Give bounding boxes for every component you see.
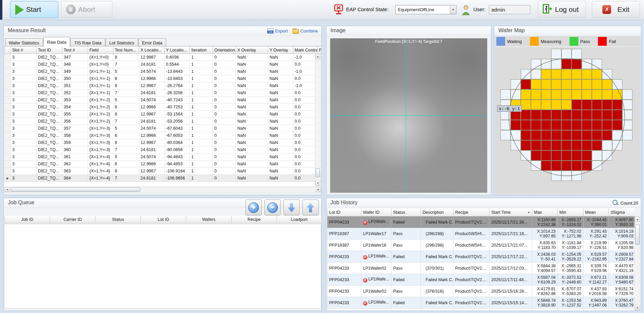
history-row[interactable]: PFP04233✗LP1Wafe...FailedFailed Mark C..…: [327, 297, 636, 309]
wafer-die-cell[interactable]: [572, 110, 582, 120]
wafer-die-cell[interactable]: [602, 100, 612, 110]
wafer-die-cell[interactable]: [561, 59, 572, 69]
wafer-die-cell[interactable]: [551, 120, 561, 130]
wafer-die-cell[interactable]: [592, 89, 602, 100]
wafer-die-cell[interactable]: [612, 100, 622, 110]
column-header[interactable]: Y Overlay: [268, 46, 293, 54]
column-header[interactable]: Status: [95, 216, 141, 223]
column-header[interactable]: Job ID: [5, 216, 50, 223]
wafer-die-cell[interactable]: [551, 140, 561, 150]
wafer-die-cell[interactable]: [602, 69, 612, 79]
table-row[interactable]: 3DIE2_TQ...350{X=1,Y=-1}612.9966-13.8453…: [5, 75, 322, 82]
wafer-die-cell[interactable]: [531, 140, 541, 150]
wafer-die-cell[interactable]: [561, 171, 572, 181]
column-header[interactable]: Lot ID: [327, 208, 361, 216]
wafer-die-cell[interactable]: [561, 150, 572, 161]
magnifier-icon[interactable]: [612, 200, 619, 206]
move-up-button[interactable]: [302, 200, 319, 215]
wafer-die-cell[interactable]: [592, 130, 602, 140]
wafer-die-cell[interactable]: [551, 100, 561, 110]
wafer-die-cell[interactable]: [582, 130, 592, 140]
table-row[interactable]: 3DIE2_TQ...359{X=1,Y=-3}812.9967-80.0364…: [5, 139, 322, 146]
wafer-die-cell[interactable]: [572, 89, 582, 100]
scroll-up-icon[interactable]: ▲: [635, 217, 640, 222]
wafer-die-cell[interactable]: [592, 100, 602, 110]
wafer-die-cell[interactable]: [592, 140, 602, 150]
wafer-die-cell[interactable]: [521, 120, 531, 130]
wafer-die-cell[interactable]: [622, 110, 632, 120]
start-button[interactable]: Start: [10, 1, 58, 18]
history-row[interactable]: PFP18387LP1Wafer16Pass(296/288)Product\W…: [327, 239, 636, 251]
wafer-die-cell[interactable]: [572, 171, 582, 181]
wafer-die-cell[interactable]: [582, 161, 592, 171]
wafer-die-cell[interactable]: [561, 120, 572, 130]
measure-vertical-scrollbar[interactable]: ▲ ▼: [315, 54, 321, 186]
wafer-die-cell[interactable]: [602, 110, 612, 120]
wafer-die-cell[interactable]: [582, 100, 592, 110]
scroll-up-icon[interactable]: ▲: [315, 54, 320, 59]
table-row[interactable]: 3DIE2_TQ...358{X=1,Y=-3}612.9966-67.6053…: [5, 132, 322, 139]
column-header[interactable]: Wafers: [186, 216, 232, 223]
table-row[interactable]: 3DIE2_TQ...360{X=1,Y=-3}724.6181-80.0856…: [5, 146, 322, 153]
dropdown-arrow-icon[interactable]: ▾: [450, 5, 456, 14]
wafer-die-cell[interactable]: [612, 89, 622, 100]
scrollbar-thumb[interactable]: [316, 168, 320, 177]
table-row[interactable]: 3DIE2_TQ...356{X=1,Y=-2}724.6181-53.2056…: [5, 118, 322, 125]
wafer-die-cell[interactable]: [531, 59, 541, 69]
wafer-die-cell[interactable]: [572, 79, 582, 89]
wafer-die-cell[interactable]: [592, 150, 602, 161]
wafer-die-cell[interactable]: [612, 79, 622, 89]
wafer-die-cell[interactable]: [561, 130, 572, 140]
history-row[interactable]: PFP04233✗LP1Wafe...FailedFailed Mark C..…: [327, 274, 636, 286]
wafer-die-cell[interactable]: [551, 59, 561, 69]
remove-job-button[interactable]: −: [264, 200, 281, 215]
wafer-die-cell[interactable]: [531, 69, 541, 79]
wafer-die-cell[interactable]: [521, 100, 531, 110]
column-header[interactable]: Min: [558, 208, 583, 216]
wafer-die-cell[interactable]: [551, 171, 561, 181]
wafer-die-cell[interactable]: [612, 120, 622, 130]
wafer-die-cell[interactable]: [521, 69, 531, 79]
wafer-die-cell[interactable]: [622, 100, 632, 110]
table-row[interactable]: 3DIE2_TQ...349{X=1,Y=-1}524.5074-13.8443…: [5, 68, 322, 75]
wafer-die-cell[interactable]: [592, 69, 602, 79]
wafer-die-cell[interactable]: [521, 79, 531, 89]
wafer-die-cell[interactable]: [541, 69, 551, 79]
wafer-die-cell[interactable]: [521, 150, 531, 161]
tab-lot-statistics[interactable]: Lot Statistics: [106, 38, 138, 47]
table-row[interactable]: 3DIE2_TQ...362{X=1,Y=-4}612.9966-94.4853…: [5, 161, 322, 168]
wafer-die-cell[interactable]: [572, 161, 582, 171]
table-row[interactable]: 3DIE2_TQ...351{X=1,Y=-1}812.9967-26.2764…: [5, 82, 322, 89]
wafer-die-cell[interactable]: [602, 140, 612, 150]
scrollbar-thumb[interactable]: [635, 224, 640, 245]
wafer-die-cell[interactable]: [531, 130, 541, 140]
measure-horizontal-scrollbar[interactable]: ◄ ►: [4, 187, 321, 192]
tab-error-data[interactable]: Error Data: [138, 38, 166, 47]
wafer-die-cell[interactable]: [561, 79, 572, 89]
column-header[interactable]: Slot #: [11, 46, 37, 54]
wafer-die-cell[interactable]: [541, 161, 551, 171]
column-header[interactable]: Mean: [583, 208, 609, 216]
wafer-die-cell[interactable]: [541, 130, 551, 140]
column-header[interactable]: Recipe: [453, 208, 490, 216]
wafer-die-cell[interactable]: [622, 130, 632, 140]
column-header[interactable]: Description: [421, 208, 453, 216]
history-row[interactable]: PFP04233LP1Wafer02Pass(370/301)Product\T…: [327, 263, 636, 274]
wafer-die-cell[interactable]: [572, 49, 582, 59]
column-header[interactable]: Lot ID: [141, 216, 186, 223]
wafer-die-cell[interactable]: [541, 120, 551, 130]
table-row[interactable]: 3DIE2_TQ...347{X=1,Y=0}812.99670.603610N…: [5, 54, 322, 61]
history-row[interactable]: PFP04233✗LP1Wafe...FailedAbort...Product…: [327, 309, 636, 311]
wafer-die-cell[interactable]: [511, 130, 521, 140]
wafer-die-cell[interactable]: [602, 150, 612, 161]
wafer-die-cell[interactable]: [551, 79, 561, 89]
history-row[interactable]: PFP04233✗LP1Wafe...FailedFailed Mark C..…: [327, 251, 636, 263]
column-header[interactable]: Orientation: [213, 46, 236, 54]
wafer-die-cell[interactable]: [582, 89, 592, 100]
wafer-die-cell[interactable]: [541, 140, 551, 150]
column-header[interactable]: Loadport: [277, 216, 322, 223]
history-row[interactable]: PFP18387LP1Wafer17Pass(296/288)Product\W…: [327, 228, 636, 239]
wafer-die-cell[interactable]: [561, 69, 572, 79]
eap-control-state-select[interactable]: EquipmentOffLine ▾: [395, 5, 456, 14]
wafer-die-cell[interactable]: [511, 140, 521, 150]
